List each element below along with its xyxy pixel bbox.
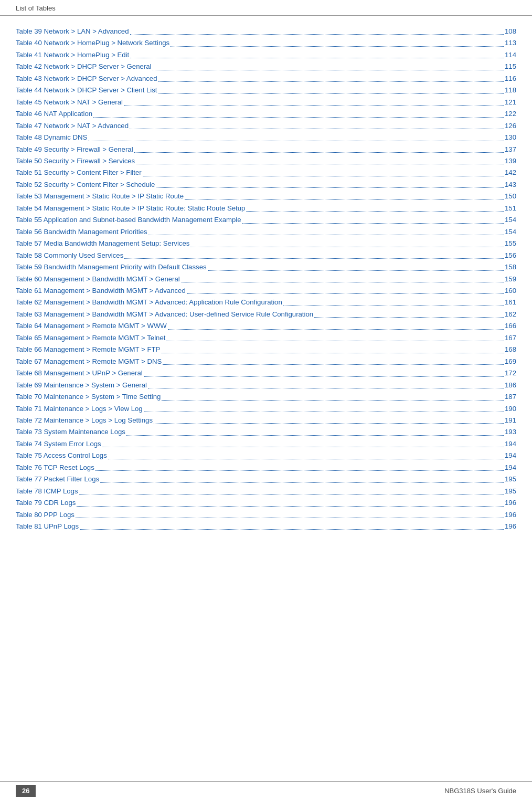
table-entry-link[interactable]: Table 70 Maintenance > System > Time Set… [16, 392, 161, 402]
list-item: Table 60 Management > Bandwidth MGMT > G… [16, 274, 516, 285]
table-entry-link[interactable]: Table 60 Management > Bandwidth MGMT > G… [16, 274, 180, 285]
dot-leader [181, 274, 504, 285]
table-entry-link[interactable]: Table 50 Security > Firewall > Services [16, 156, 135, 166]
list-item: Table 81 UPnP Logs 196 [16, 521, 516, 532]
table-entry-link[interactable]: Table 77 Packet Filter Logs [16, 474, 99, 485]
page-number: 130 [505, 132, 516, 143]
page-number: 193 [505, 427, 516, 437]
table-entry-link[interactable]: Table 61 Management > Bandwidth MGMT > A… [16, 286, 186, 296]
table-entry-link[interactable]: Table 68 Management > UPnP > General [16, 368, 143, 378]
table-entry-link[interactable]: Table 58 Commonly Used Services [16, 250, 123, 261]
dot-leader [130, 50, 504, 60]
dot-leader [148, 227, 504, 237]
table-entry-link[interactable]: Table 41 Network > HomePlug > Edit [16, 50, 129, 60]
page-number: 150 [505, 191, 516, 202]
dot-leader [80, 521, 504, 532]
table-entry-link[interactable]: Table 46 NAT Application [16, 109, 92, 119]
table-entry-link[interactable]: Table 51 Security > Content Filter > Fil… [16, 167, 142, 178]
list-item: Table 41 Network > HomePlug > Edit 114 [16, 50, 516, 60]
dot-leader [88, 132, 504, 143]
header-title: List of Tables [16, 4, 56, 12]
dot-leader [124, 97, 504, 108]
dot-leader [126, 427, 504, 437]
list-item: Table 68 Management > UPnP > General 172 [16, 368, 516, 378]
dot-leader [158, 73, 504, 84]
table-entry-link[interactable]: Table 78 ICMP Logs [16, 486, 78, 497]
page-number: 158 [505, 262, 516, 272]
dot-leader [162, 392, 504, 402]
table-entry-link[interactable]: Table 40 Network > HomePlug > Network Se… [16, 38, 169, 48]
table-entry-link[interactable]: Table 69 Maintenance > System > General [16, 380, 147, 391]
table-entry-link[interactable]: Table 75 Access Control Logs [16, 450, 107, 461]
table-entry-link[interactable]: Table 65 Management > Remote MGMT > Teln… [16, 333, 165, 343]
table-entry-link[interactable]: Table 74 System Error Logs [16, 439, 101, 449]
table-entry-link[interactable]: Table 64 Management > Remote MGMT > WWW [16, 321, 167, 331]
page-number: 108 [505, 26, 516, 37]
table-entry-link[interactable]: Table 56 Bandwidth Management Priorities [16, 227, 147, 237]
content-area: Table 39 Network > LAN > Advanced 108 Ta… [0, 16, 532, 564]
page-number: 162 [505, 309, 516, 320]
table-entry-link[interactable]: Table 45 Network > NAT > General [16, 97, 123, 108]
table-entry-link[interactable]: Table 43 Network > DHCP Server > Advance… [16, 73, 157, 84]
page-number: 114 [505, 50, 516, 60]
list-item: Table 76 TCP Reset Logs 194 [16, 462, 516, 473]
list-item: Table 52 Security > Content Filter > Sch… [16, 180, 516, 190]
table-entry-link[interactable]: Table 63 Management > Bandwidth MGMT > A… [16, 309, 313, 320]
table-entry-link[interactable]: Table 52 Security > Content Filter > Sch… [16, 180, 155, 190]
dot-leader [283, 297, 504, 308]
table-entry-link[interactable]: Table 71 Maintenance > Logs > View Log [16, 404, 143, 414]
dot-leader [187, 286, 504, 296]
dot-leader [242, 215, 504, 225]
table-entry-link[interactable]: Table 67 Management > Remote MGMT > DNS [16, 356, 162, 367]
page-number: 143 [505, 180, 516, 190]
page-number: 155 [505, 238, 516, 249]
footer-page-number: 26 [16, 785, 36, 797]
list-item: Table 71 Maintenance > Logs > View Log 1… [16, 404, 516, 414]
dot-leader [136, 156, 504, 166]
page-number: 194 [505, 439, 516, 449]
table-entry-link[interactable]: Table 49 Security > Firewall > General [16, 144, 133, 155]
page-footer: 26 NBG318S User's Guide [0, 781, 532, 800]
table-entry-link[interactable]: Table 55 Application and Subnet-based Ba… [16, 215, 241, 225]
page-number: 137 [505, 144, 516, 155]
list-item: Table 59 Bandwidth Management Priority w… [16, 262, 516, 272]
table-entry-link[interactable]: Table 47 Network > NAT > Advanced [16, 121, 129, 131]
list-item: Table 55 Application and Subnet-based Ba… [16, 215, 516, 225]
page-number: 142 [505, 167, 516, 178]
page-number: 186 [505, 380, 516, 391]
table-entry-link[interactable]: Table 48 Dynamic DNS [16, 132, 87, 143]
dot-leader [102, 439, 504, 449]
table-entry-link[interactable]: Table 80 PPP Logs [16, 510, 75, 520]
table-entry-link[interactable]: Table 54 Management > Static Route > IP … [16, 203, 245, 214]
page-number: 160 [505, 286, 516, 296]
dot-leader [161, 344, 504, 355]
table-entry-link[interactable]: Table 42 Network > DHCP Server > General [16, 61, 152, 72]
table-entry-link[interactable]: Table 66 Management > Remote MGMT > FTP [16, 344, 160, 355]
list-item: Table 78 ICMP Logs 195 [16, 486, 516, 497]
table-entry-link[interactable]: Table 39 Network > LAN > Advanced [16, 26, 129, 37]
dot-leader [108, 450, 504, 461]
table-entry-link[interactable]: Table 53 Management > Static Route > IP … [16, 191, 184, 202]
list-item: Table 56 Bandwidth Management Priorities… [16, 227, 516, 237]
table-entry-link[interactable]: Table 79 CDR Logs [16, 498, 76, 508]
table-entry-link[interactable]: Table 76 TCP Reset Logs [16, 462, 94, 473]
list-item: Table 51 Security > Content Filter > Fil… [16, 167, 516, 178]
table-entry-link[interactable]: Table 44 Network > DHCP Server > Client … [16, 85, 157, 96]
table-entry-link[interactable]: Table 81 UPnP Logs [16, 521, 79, 532]
dot-leader [130, 26, 504, 37]
list-item: Table 47 Network > NAT > Advanced 126 [16, 121, 516, 131]
list-item: Table 75 Access Control Logs 194 [16, 450, 516, 461]
table-entry-link[interactable]: Table 59 Bandwidth Management Priority w… [16, 262, 207, 272]
footer-guide-title: NBG318S User's Guide [444, 787, 516, 795]
list-item: Table 67 Management > Remote MGMT > DNS … [16, 356, 516, 367]
dot-leader [144, 368, 504, 378]
dot-leader [156, 180, 504, 190]
table-entry-link[interactable]: Table 57 Media Bandwidth Management Setu… [16, 238, 189, 249]
table-entry-link[interactable]: Table 62 Management > Bandwidth MGMT > A… [16, 297, 282, 308]
table-entry-link[interactable]: Table 73 System Maintenance Logs [16, 427, 125, 437]
table-entry-link[interactable]: Table 72 Maintenance > Logs > Log Settin… [16, 415, 153, 426]
page-number: 168 [505, 344, 516, 355]
dot-leader [246, 203, 504, 214]
page-number: 113 [505, 38, 516, 48]
page-number: 161 [505, 297, 516, 308]
